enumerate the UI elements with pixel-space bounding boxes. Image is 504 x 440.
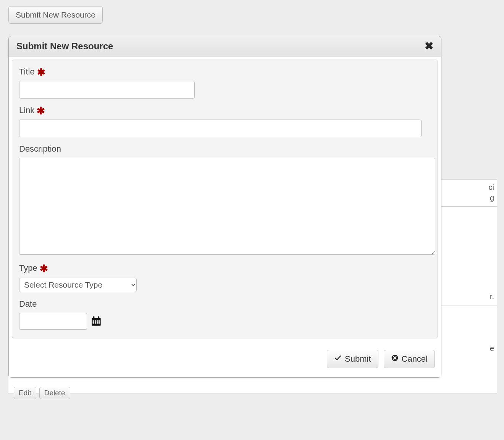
link-input[interactable] (19, 120, 422, 137)
type-label-text: Type (19, 263, 37, 273)
bg-snippet: e (490, 344, 494, 353)
svg-rect-4 (95, 320, 96, 322)
svg-rect-8 (95, 322, 96, 324)
description-label-text: Description (19, 144, 61, 154)
svg-rect-7 (93, 322, 94, 324)
cancel-icon (391, 354, 399, 364)
date-input[interactable] (19, 313, 87, 330)
date-label: Date (19, 299, 431, 309)
link-label: Link ✱ (19, 105, 431, 116)
svg-rect-6 (99, 320, 100, 322)
submit-button-label: Submit (345, 354, 371, 364)
date-label-text: Date (19, 299, 37, 309)
svg-rect-9 (97, 322, 98, 324)
bg-snippet: g (490, 194, 494, 202)
svg-rect-0 (92, 318, 100, 325)
dialog-footer: Submit Cancel (9, 345, 441, 377)
link-field-group: Link ✱ (19, 105, 431, 137)
required-asterisk-icon: ✱ (40, 263, 48, 275)
calendar-icon[interactable] (91, 316, 102, 327)
close-icon[interactable]: ✖ (425, 41, 433, 52)
required-asterisk-icon: ✱ (37, 105, 45, 116)
edit-button[interactable]: Edit (14, 387, 36, 399)
submit-button[interactable]: Submit (327, 350, 378, 368)
dialog-title: Submit New Resource (16, 41, 113, 52)
cancel-button[interactable]: Cancel (384, 350, 435, 368)
date-field-group: Date (19, 299, 431, 330)
check-icon (334, 354, 342, 364)
svg-rect-10 (99, 322, 100, 324)
dialog-body: Title ✱ Link ✱ Description (9, 57, 441, 345)
dialog-header: Submit New Resource ✖ (9, 36, 441, 57)
title-input[interactable] (19, 81, 195, 99)
type-select[interactable]: Select Resource Type (19, 278, 137, 292)
description-textarea[interactable] (19, 158, 435, 255)
form-panel: Title ✱ Link ✱ Description (12, 60, 438, 338)
bg-snippet: r. (490, 292, 494, 301)
type-label: Type ✱ (19, 263, 431, 273)
cancel-button-label: Cancel (402, 354, 428, 364)
submit-resource-dialog: Submit New Resource ✖ Title ✱ Link ✱ (8, 36, 441, 378)
bg-snippet: ci (489, 183, 494, 192)
title-label: Title ✱ (19, 67, 431, 77)
description-label: Description (19, 144, 431, 154)
svg-rect-5 (97, 320, 98, 322)
svg-rect-2 (98, 316, 100, 319)
title-label-text: Title (19, 67, 35, 76)
description-field-group: Description (19, 144, 431, 256)
submit-new-resource-button[interactable]: Submit New Resource (8, 6, 103, 24)
delete-button[interactable]: Delete (39, 387, 70, 399)
svg-rect-1 (93, 316, 95, 319)
svg-rect-3 (93, 320, 94, 322)
title-field-group: Title ✱ (19, 67, 431, 99)
link-label-text: Link (19, 105, 34, 115)
type-field-group: Type ✱ Select Resource Type (19, 263, 431, 292)
required-asterisk-icon: ✱ (37, 66, 45, 78)
background-row-actions: Edit Delete (14, 387, 70, 399)
